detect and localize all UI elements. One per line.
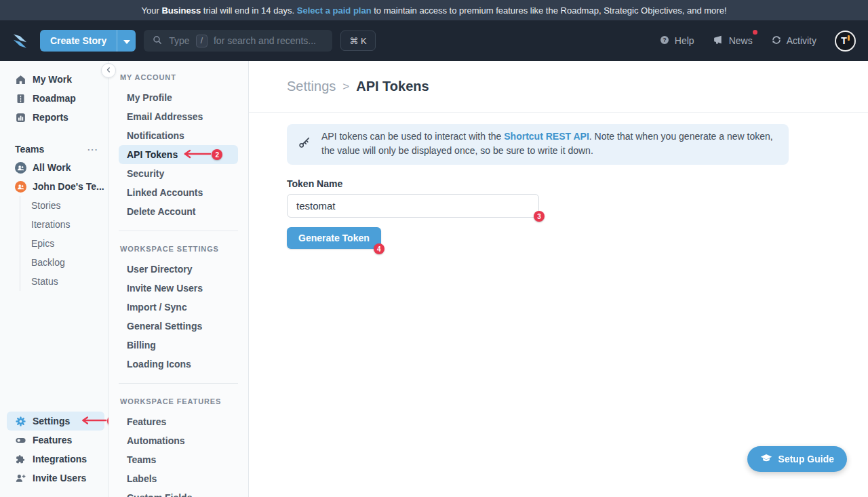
teams-section-header: Teams ··· bbox=[0, 140, 108, 158]
settings-nav-item-loading-icons[interactable]: Loading Icons bbox=[119, 355, 238, 374]
sidebar-item-label: All Work bbox=[33, 162, 71, 173]
main-content: Settings > API Tokens API tokens can be … bbox=[249, 61, 868, 497]
settings-nav: MY ACCOUNT My Profile Email Addresses No… bbox=[108, 61, 249, 497]
chevron-down-icon bbox=[123, 36, 130, 46]
generate-token-wrap: Generate Token 4 bbox=[287, 227, 381, 249]
all-work-team-avatar bbox=[15, 162, 26, 174]
settings-nav-item-linked-accounts[interactable]: Linked Accounts bbox=[119, 183, 238, 202]
banner-text: to maintain access to premium features l… bbox=[372, 5, 727, 16]
banner-text: Your bbox=[141, 5, 161, 16]
graduation-cap-icon bbox=[760, 452, 772, 466]
sidebar-item-john-does-team[interactable]: John Doe's Te... bbox=[0, 177, 108, 196]
road-icon bbox=[15, 93, 26, 104]
settings-nav-item-security[interactable]: Security bbox=[119, 164, 238, 183]
megaphone-icon bbox=[713, 34, 724, 47]
help-menu[interactable]: ? Help bbox=[659, 35, 694, 47]
sidebar-item-label: John Doe's Te... bbox=[33, 181, 104, 192]
select-paid-plan-link[interactable]: Select a paid plan bbox=[297, 5, 372, 16]
red-arrow-left-icon bbox=[80, 416, 107, 427]
news-label: News bbox=[729, 35, 753, 46]
sidebar-item-label: Integrations bbox=[33, 454, 87, 464]
settings-nav-item-features[interactable]: Features bbox=[119, 412, 238, 431]
create-story-dropdown-button[interactable] bbox=[117, 30, 136, 52]
settings-nav-item-general-settings[interactable]: General Settings bbox=[119, 317, 238, 336]
activity-label: Activity bbox=[787, 35, 816, 46]
settings-nav-item-label: API Tokens bbox=[127, 149, 178, 160]
sidebar-item-iterations[interactable]: Iterations bbox=[31, 215, 108, 234]
help-label: Help bbox=[675, 35, 694, 46]
sidebar-item-reports[interactable]: Reports bbox=[0, 108, 108, 127]
sidebar-item-stories[interactable]: Stories bbox=[31, 196, 108, 215]
sidebar-collapse-button[interactable] bbox=[101, 63, 116, 78]
sidebar-item-invite-users[interactable]: Invite Users bbox=[0, 469, 108, 488]
create-story-button[interactable]: Create Story bbox=[40, 30, 117, 52]
avatar-orange-mark bbox=[848, 35, 850, 41]
sidebar-item-integrations[interactable]: Integrations bbox=[0, 450, 108, 469]
token-name-input[interactable] bbox=[287, 194, 539, 218]
sidebar-item-label: Settings bbox=[33, 416, 70, 426]
teams-header-label: Teams bbox=[15, 144, 44, 155]
breadcrumb-settings-link[interactable]: Settings bbox=[287, 79, 336, 94]
settings-nav-item-email-addresses[interactable]: Email Addresses bbox=[119, 107, 238, 126]
banner-plan-name: Business bbox=[161, 5, 201, 16]
chevron-left-icon bbox=[104, 66, 113, 76]
generate-token-button[interactable]: Generate Token bbox=[287, 227, 381, 249]
sidebar-bottom-group: Settings 1 Features Integrations bbox=[0, 412, 108, 497]
search-placeholder: for search and recents... bbox=[214, 35, 316, 46]
settings-nav-item-teams[interactable]: Teams bbox=[119, 450, 238, 469]
sidebar-item-roadmap[interactable]: Roadmap bbox=[0, 89, 108, 108]
settings-nav-item-labels[interactable]: Labels bbox=[119, 469, 238, 488]
sidebar-item-label: Features bbox=[33, 435, 72, 445]
command-k-shortcut-badge[interactable]: ⌘ K bbox=[340, 31, 375, 51]
sidebar-item-features[interactable]: Features bbox=[0, 431, 108, 450]
teams-overflow-menu[interactable]: ··· bbox=[87, 144, 98, 155]
sidebar-item-status[interactable]: Status bbox=[31, 272, 108, 291]
sidebar-item-label: Reports bbox=[33, 112, 68, 123]
settings-nav-item-automations[interactable]: Automations bbox=[119, 431, 238, 450]
breadcrumb: Settings > API Tokens bbox=[249, 61, 868, 113]
activity-sync-icon bbox=[771, 35, 782, 47]
navbar-right-group: ? Help News Activity bbox=[659, 31, 856, 52]
slash-key-hint: / bbox=[196, 35, 208, 47]
trial-banner: Your Business trial will end in 14 days.… bbox=[0, 0, 868, 20]
token-name-field-wrap: 3 bbox=[287, 194, 539, 218]
settings-nav-item-delete-account[interactable]: Delete Account bbox=[119, 202, 238, 221]
sidebar-item-backlog[interactable]: Backlog bbox=[31, 253, 108, 272]
banner-text: trial will end in 14 days. bbox=[201, 5, 297, 16]
top-navbar: Create Story Type / for search and recen… bbox=[0, 20, 868, 61]
setup-guide-button[interactable]: Setup Guide bbox=[747, 446, 847, 472]
sidebar-item-epics[interactable]: Epics bbox=[31, 234, 108, 253]
setup-guide-label: Setup Guide bbox=[778, 454, 834, 464]
search-input[interactable]: Type / for search and recents... bbox=[144, 30, 332, 52]
settings-nav-section-header: WORKSPACE FEATURES bbox=[119, 395, 238, 408]
settings-nav-item-billing[interactable]: Billing bbox=[119, 336, 238, 355]
avatar-initial: T bbox=[841, 35, 847, 46]
settings-nav-item-notifications[interactable]: Notifications bbox=[119, 126, 238, 145]
sidebar-item-all-work[interactable]: All Work bbox=[0, 158, 108, 177]
annotation-badge-step-3: 3 bbox=[534, 211, 545, 222]
settings-nav-section-header: MY ACCOUNT bbox=[119, 71, 238, 84]
settings-nav-item-api-tokens[interactable]: API Tokens 2 bbox=[119, 145, 238, 164]
shortcut-rest-api-link[interactable]: Shortcut REST API bbox=[504, 131, 589, 142]
settings-nav-item-custom-fields[interactable]: Custom Fields bbox=[119, 488, 238, 497]
search-icon bbox=[152, 35, 163, 47]
user-avatar[interactable]: T bbox=[835, 31, 856, 52]
divider bbox=[119, 383, 238, 384]
sidebar-item-my-work[interactable]: My Work bbox=[0, 70, 108, 89]
settings-nav-item-invite-new-users[interactable]: Invite New Users bbox=[119, 279, 238, 298]
shortcut-logo-icon[interactable] bbox=[11, 32, 29, 50]
news-menu[interactable]: News bbox=[713, 34, 753, 47]
toggle-icon bbox=[15, 435, 26, 446]
sidebar-item-label: My Work bbox=[33, 74, 72, 85]
settings-nav-item-my-profile[interactable]: My Profile bbox=[119, 88, 238, 107]
page-title: API Tokens bbox=[356, 79, 429, 94]
activity-menu[interactable]: Activity bbox=[771, 35, 816, 47]
home-icon bbox=[15, 74, 26, 85]
gear-icon bbox=[15, 416, 26, 427]
sidebar-item-settings[interactable]: Settings 1 bbox=[7, 412, 104, 431]
settings-nav-item-import-sync[interactable]: Import / Sync bbox=[119, 298, 238, 317]
key-icon bbox=[298, 136, 311, 149]
puzzle-icon bbox=[15, 454, 26, 465]
settings-nav-item-user-directory[interactable]: User Directory bbox=[119, 260, 238, 279]
bar-chart-icon bbox=[15, 112, 26, 123]
